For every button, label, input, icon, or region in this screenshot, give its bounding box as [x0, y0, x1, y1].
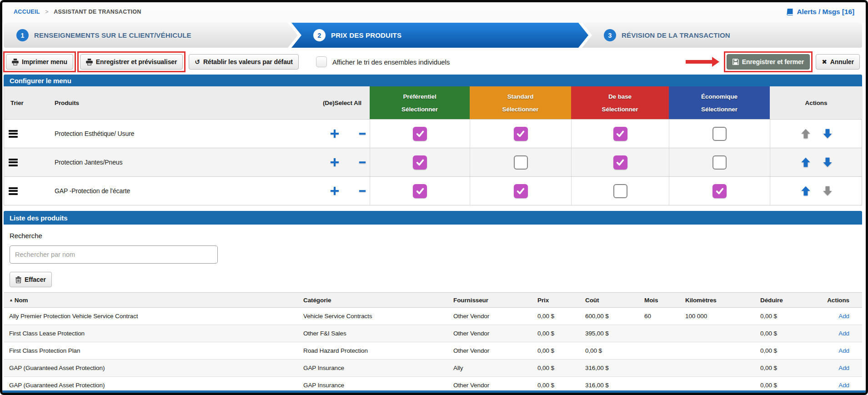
checkbox-economique[interactable] — [712, 127, 727, 141]
drag-handle-icon[interactable] — [9, 130, 18, 138]
checkbox-economique[interactable] — [712, 155, 727, 170]
search-input[interactable] — [10, 245, 218, 264]
column-header-deduire[interactable]: Déduire — [755, 292, 814, 308]
checkbox-de-base[interactable] — [613, 127, 627, 141]
add-link[interactable]: Add — [838, 313, 849, 320]
checkbox-standard[interactable] — [514, 184, 528, 198]
alerts-msgs-link[interactable]: Alerts / Msgs [16] — [786, 8, 854, 16]
cancel-button[interactable]: ✖ Annuler — [816, 54, 860, 70]
select-all-plus-icon[interactable] — [331, 187, 339, 195]
step-3-label: RÉVISION DE LA TRANSACTION — [622, 31, 730, 39]
deselect-all-minus-icon[interactable] — [359, 130, 366, 138]
trash-icon — [15, 276, 21, 283]
wizard-step-3[interactable]: 3 RÉVISION DE LA TRANSACTION — [582, 23, 862, 48]
column-header-cout[interactable]: Coût — [580, 292, 639, 308]
product-mois — [639, 325, 680, 342]
toolbar: Imprimer menu Enregistrer et prévisualis… — [2, 49, 866, 75]
column-header-categorie[interactable]: Catégorie — [298, 292, 448, 308]
select-all-plus-icon[interactable] — [331, 158, 339, 166]
product-prix: 0,00 $ — [532, 308, 580, 325]
show-sort-checkbox[interactable] — [316, 56, 327, 67]
add-link[interactable]: Add — [838, 365, 849, 371]
checkbox-economique[interactable] — [712, 184, 727, 198]
check-icon — [415, 157, 425, 167]
drag-handle-icon[interactable] — [9, 159, 18, 166]
product-categorie: Other F&I Sales — [298, 325, 448, 342]
move-down-icon[interactable] — [823, 186, 833, 196]
deselect-all-minus-icon[interactable] — [359, 187, 366, 195]
column-header-economique[interactable]: ÉconomiqueSélectionner — [669, 86, 770, 119]
column-header-prix[interactable]: Prix — [532, 292, 580, 308]
column-header-standard[interactable]: StandardSélectionner — [470, 86, 571, 119]
printer-icon — [86, 59, 93, 65]
alerts-msgs-label: Alerts / Msgs [16] — [797, 8, 854, 16]
move-up-icon[interactable] — [801, 157, 811, 167]
check-icon — [715, 186, 725, 196]
add-link[interactable]: Add — [838, 330, 849, 337]
product-row: Ally Premier Protection Vehicle Service … — [4, 308, 862, 325]
move-down-icon[interactable] — [823, 129, 833, 139]
configure-menu-header: Configurer le menu — [4, 75, 862, 86]
annotation-box-print: Imprimer menu — [3, 51, 76, 72]
column-header-kilometres[interactable]: Kilomètres — [680, 292, 755, 308]
column-header-fournisseur[interactable]: Fournisseur — [448, 292, 532, 308]
wizard-step-2-active[interactable]: 2 PRIX DES PRODUITS — [291, 23, 588, 48]
book-icon — [786, 9, 794, 15]
checkbox-standard[interactable] — [514, 155, 528, 170]
product-nom: First Class Lease Protection — [4, 325, 298, 342]
move-down-icon[interactable] — [823, 157, 833, 167]
product-mois — [639, 360, 680, 376]
topbar: ACCUEIL > ASSISTANT DE TRANSACTION Alert… — [2, 2, 866, 23]
checkbox-preferentiel[interactable] — [413, 127, 427, 141]
add-link[interactable]: Add — [838, 347, 849, 354]
product-name: Protection Jantes/Pneus — [44, 148, 255, 176]
product-mois — [639, 342, 680, 359]
save-preview-button[interactable]: Enregistrer et prévisualiser — [80, 54, 183, 70]
menu-row: Protection Esthétique/ Usure — [4, 119, 862, 148]
product-fournisseur: Other Vendor — [448, 308, 532, 325]
add-link[interactable]: Add — [838, 382, 849, 389]
product-cout: 600,00 $ — [580, 308, 639, 325]
reset-defaults-button[interactable]: ↺ Rétablir les valeurs par défaut — [189, 54, 299, 70]
annotation-box-save-preview: Enregistrer et prévisualiser — [77, 51, 186, 72]
checkbox-standard[interactable] — [514, 127, 528, 141]
column-header-preferentiel[interactable]: PréférentielSélectionner — [370, 86, 470, 119]
drag-handle-icon[interactable] — [9, 187, 18, 195]
move-up-icon[interactable] — [801, 129, 811, 139]
breadcrumb-current: ASSISTANT DE TRANSACTION — [54, 9, 141, 15]
product-deduire: 0,00 $ — [755, 325, 814, 342]
deselect-all-minus-icon[interactable] — [359, 158, 366, 166]
checkbox-preferentiel[interactable] — [413, 155, 427, 170]
column-header-produits: Produits — [44, 86, 255, 119]
save-close-button[interactable]: Enregistrer et fermer — [727, 54, 810, 70]
product-cout: 0,00 $ — [580, 342, 639, 359]
product-deduire: 0,00 $ — [755, 342, 814, 359]
move-up-icon[interactable] — [801, 186, 811, 196]
product-kilometres — [680, 360, 755, 376]
breadcrumb-separator-icon: > — [45, 9, 49, 15]
product-prix: 0,00 $ — [532, 342, 580, 359]
check-icon — [615, 157, 625, 167]
clear-button[interactable]: Effacer — [10, 272, 52, 287]
product-cout: 395,00 $ — [580, 325, 639, 342]
product-fournisseur: Other Vendor — [448, 342, 532, 359]
select-all-plus-icon[interactable] — [331, 130, 339, 138]
product-name: GAP -Protection de l'écarte — [44, 177, 255, 205]
x-icon: ✖ — [822, 58, 827, 65]
checkbox-de-base[interactable] — [613, 184, 627, 198]
step-2-label: PRIX DES PRODUITS — [331, 31, 401, 39]
product-mois: 60 — [639, 308, 680, 325]
wizard-step-1[interactable]: 1 RENSEIGNEMENTS SUR LE CLIENT/VÉHICULE — [4, 23, 298, 48]
product-prix: 0,00 $ — [532, 325, 580, 342]
column-header-mois[interactable]: Mois — [639, 292, 680, 308]
column-header-nom[interactable]: ▲Nom — [4, 292, 298, 308]
checkbox-de-base[interactable] — [613, 155, 627, 170]
product-categorie: GAP Insurance — [298, 360, 448, 376]
print-menu-button[interactable]: Imprimer menu — [6, 54, 73, 70]
checkbox-preferentiel[interactable] — [413, 184, 427, 198]
product-nom: GAP (Guaranteed Asset Protection) — [4, 360, 298, 376]
step-1-label: RENSEIGNEMENTS SUR LE CLIENT/VÉHICULE — [34, 31, 191, 39]
breadcrumb-home-link[interactable]: ACCUEIL — [14, 9, 40, 15]
column-header-de-base[interactable]: De baseSélectionner — [571, 86, 669, 119]
floppy-disk-icon — [733, 59, 739, 65]
